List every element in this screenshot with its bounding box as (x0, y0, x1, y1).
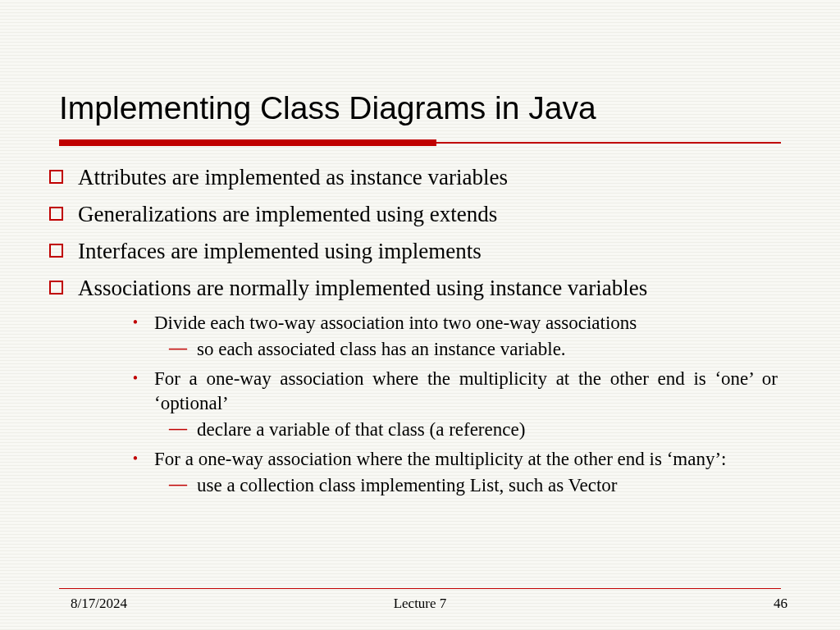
bullet-text: Generalizations are implemented using ex… (78, 200, 497, 229)
dash-bullet-icon: — (169, 473, 185, 495)
bullet-level1: Associations are normally implemented us… (49, 274, 788, 303)
bullet-text: so each associated class has an instance… (197, 337, 566, 362)
footer-page-number: 46 (774, 596, 788, 612)
square-bullet-icon (49, 281, 63, 294)
dot-bullet-icon: • (131, 447, 139, 470)
slide-title: Implementing Class Diagrams in Java (0, 0, 840, 126)
bullet-text: use a collection class implementing List… (197, 473, 617, 498)
bullet-level2: • Divide each two-way association into t… (131, 311, 788, 336)
content-area: Attributes are implemented as instance v… (49, 160, 788, 503)
bullet-text: declare a variable of that class (a refe… (197, 418, 525, 442)
dot-bullet-icon: • (131, 367, 139, 390)
bullet-level2: • For a one-way association where the mu… (131, 367, 788, 416)
dash-bullet-icon: — (169, 418, 185, 439)
bullet-text: For a one-way association where the mult… (154, 447, 778, 472)
bullet-level2: • For a one-way association where the mu… (131, 447, 788, 472)
square-bullet-icon (49, 244, 63, 258)
bullet-level3: — use a collection class implementing Li… (169, 473, 788, 498)
bullet-text: Divide each two-way association into two… (154, 311, 778, 336)
dot-bullet-icon: • (131, 311, 139, 334)
footer-divider (59, 588, 781, 590)
bullet-level1: Generalizations are implemented using ex… (49, 200, 788, 229)
bullet-level3: — so each associated class has an instan… (169, 337, 788, 362)
title-underline (59, 139, 781, 148)
bullet-text: Interfaces are implemented using impleme… (78, 237, 482, 266)
footer: 8/17/2024 Lecture 7 46 (0, 596, 840, 615)
bullet-text: For a one-way association where the mult… (154, 367, 778, 416)
bullet-text: Associations are normally implemented us… (78, 274, 647, 303)
bullet-level3: — declare a variable of that class (a re… (169, 418, 788, 442)
square-bullet-icon (49, 170, 63, 184)
footer-center: Lecture 7 (0, 596, 840, 612)
dash-bullet-icon: — (169, 337, 185, 358)
slide: Implementing Class Diagrams in Java Attr… (0, 0, 840, 630)
bullet-level1: Attributes are implemented as instance v… (49, 163, 788, 192)
square-bullet-icon (49, 207, 63, 221)
bullet-level1: Interfaces are implemented using impleme… (49, 237, 788, 266)
bullet-text: Attributes are implemented as instance v… (78, 163, 508, 192)
